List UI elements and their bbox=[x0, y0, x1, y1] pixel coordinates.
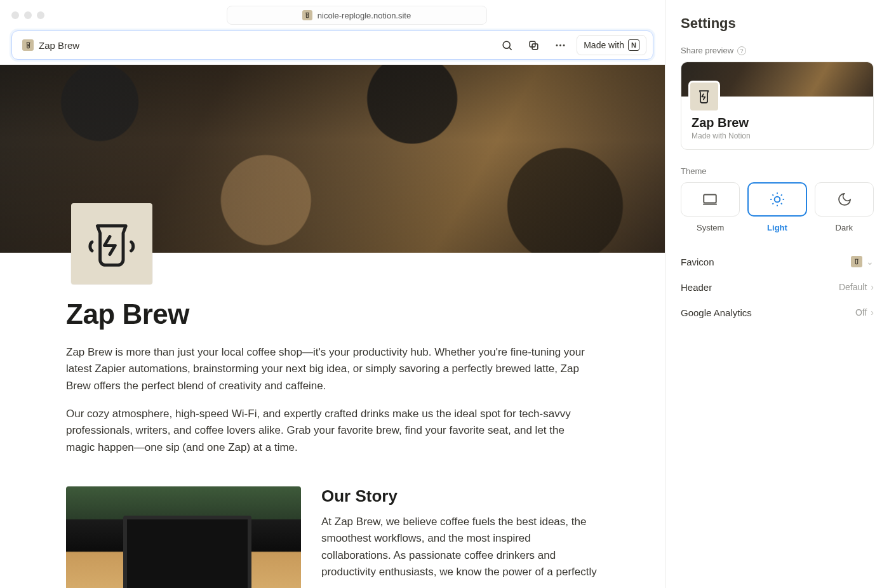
page-icon-small bbox=[22, 39, 34, 51]
story-paragraph: At Zap Brew, we believe coffee fuels the… bbox=[321, 514, 599, 580]
intro-paragraph-2: Our cozy atmosphere, high-speed Wi-Fi, a… bbox=[66, 406, 593, 456]
theme-option-system[interactable] bbox=[681, 182, 740, 217]
story-heading: Our Story bbox=[321, 486, 599, 506]
settings-row-google-analytics[interactable]: Google Analytics Off › bbox=[681, 300, 874, 325]
window-controls bbox=[11, 11, 44, 19]
preview-subtitle: Made with Notion bbox=[692, 131, 863, 140]
settings-row-label: Google Analytics bbox=[681, 307, 752, 318]
settings-row-label: Favicon bbox=[681, 257, 714, 267]
chevron-right-icon: › bbox=[871, 307, 874, 317]
svg-point-0 bbox=[503, 41, 510, 48]
breadcrumb[interactable]: Zap Brew bbox=[18, 37, 83, 53]
intro-paragraph-1: Zap Brew is more than just your local co… bbox=[66, 344, 593, 394]
settings-title: Settings bbox=[681, 15, 874, 32]
page-scroll[interactable]: Zap Brew Zap Brew is more than just your… bbox=[0, 65, 665, 588]
settings-panel: Settings Share preview ? Zap Brew Made w… bbox=[665, 0, 889, 588]
address-text: nicole-replogle.notion.site bbox=[318, 11, 411, 20]
more-icon[interactable] bbox=[550, 35, 570, 55]
preview-page-icon bbox=[690, 83, 718, 110]
page-toolbar: Zap Brew Made with N bbox=[11, 30, 653, 60]
theme-label-light: Light bbox=[747, 223, 806, 232]
favicon-preview-icon bbox=[851, 256, 862, 267]
settings-row-header[interactable]: Header Default › bbox=[681, 274, 874, 300]
preview-title: Zap Brew bbox=[692, 116, 863, 130]
theme-label-dark: Dark bbox=[815, 223, 874, 232]
made-with-notion-button[interactable]: Made with N bbox=[577, 35, 646, 55]
share-preview-card[interactable]: Zap Brew Made with Notion bbox=[681, 62, 874, 150]
settings-row-value: Default bbox=[839, 282, 867, 292]
breadcrumb-label: Zap Brew bbox=[39, 40, 79, 51]
svg-point-6 bbox=[563, 44, 565, 46]
chevron-right-icon: › bbox=[871, 282, 874, 292]
page-icon[interactable] bbox=[71, 203, 152, 284]
notion-logo-icon: N bbox=[628, 39, 639, 51]
svg-rect-7 bbox=[704, 194, 717, 203]
settings-row-label: Header bbox=[681, 282, 712, 293]
theme-label-system: System bbox=[681, 223, 740, 232]
minimize-window-icon[interactable] bbox=[24, 11, 32, 19]
theme-option-light[interactable] bbox=[747, 182, 808, 217]
browser-chrome: nicole-replogle.notion.site bbox=[0, 0, 665, 30]
svg-point-5 bbox=[559, 44, 561, 46]
svg-point-4 bbox=[556, 44, 558, 46]
close-window-icon[interactable] bbox=[11, 11, 19, 19]
search-icon[interactable] bbox=[497, 35, 517, 55]
svg-point-8 bbox=[775, 197, 780, 203]
story-image bbox=[66, 486, 301, 588]
site-favicon-icon bbox=[302, 10, 312, 20]
share-preview-label: Share preview ? bbox=[681, 46, 874, 55]
chevron-down-icon: ⌄ bbox=[866, 257, 874, 267]
help-icon[interactable]: ? bbox=[737, 46, 746, 55]
made-with-label: Made with bbox=[584, 40, 624, 50]
address-bar[interactable]: nicole-replogle.notion.site bbox=[227, 6, 487, 25]
svg-line-1 bbox=[509, 48, 511, 50]
theme-label: Theme bbox=[681, 166, 874, 176]
duplicate-icon[interactable] bbox=[523, 35, 544, 55]
theme-option-dark[interactable] bbox=[815, 182, 874, 217]
maximize-window-icon[interactable] bbox=[37, 11, 44, 19]
preview-cover-image bbox=[681, 62, 873, 97]
settings-row-favicon[interactable]: Favicon ⌄ bbox=[681, 249, 874, 274]
settings-row-value: Off bbox=[855, 307, 867, 317]
